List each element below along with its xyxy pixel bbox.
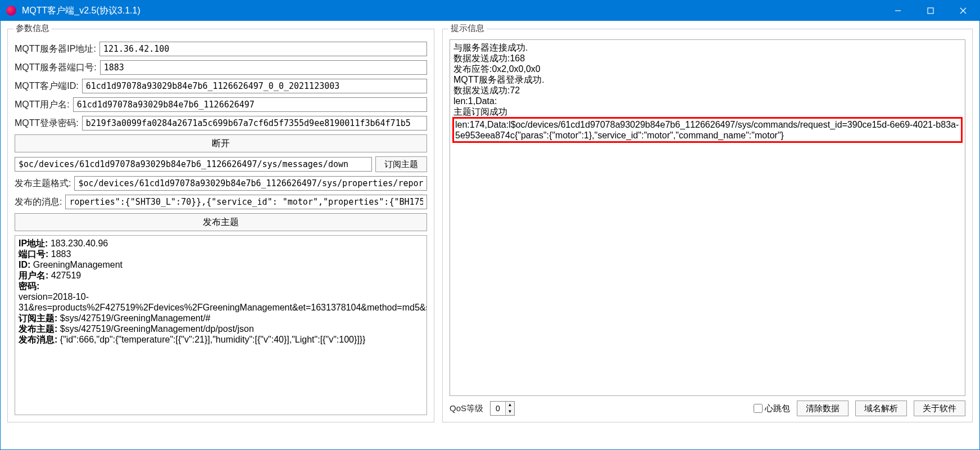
params-panel-title: 参数信息: [13, 23, 52, 34]
pub-msg-label: 发布的消息:: [15, 196, 62, 208]
heartbeat-checkbox[interactable]: 心跳包: [754, 403, 790, 414]
port-input[interactable]: [100, 60, 427, 75]
sub-topic-input[interactable]: [15, 157, 372, 172]
ip-input[interactable]: [99, 42, 427, 56]
hints-panel: 提示信息 与服务器连接成功.数据发送成功:168发布应答:0x2,0x0,0x0…: [442, 29, 973, 422]
clear-button[interactable]: 清除数据: [797, 400, 849, 416]
main-log[interactable]: IP地址: 183.230.40.96端口号: 1883ID: Greening…: [15, 235, 427, 415]
window-title: MQTT客户端_v2.5(协议3.1.1): [22, 5, 882, 17]
qos-down-icon[interactable]: ▼: [506, 408, 514, 415]
maximize-button[interactable]: [914, 1, 947, 21]
qos-label: QoS等级: [450, 403, 483, 414]
pwd-label: MQTT登录密码:: [15, 118, 79, 129]
params-panel: 参数信息 MQTT服务器IP地址: MQTT服务器端口号: MQTT客户端ID:…: [7, 29, 434, 422]
publish-button[interactable]: 发布主题: [15, 213, 427, 231]
highlighted-message: len:174,Data:l$oc/devices/61cd1d97078a93…: [452, 117, 963, 143]
close-button[interactable]: [947, 1, 979, 21]
pub-msg-input[interactable]: [65, 195, 427, 209]
port-label: MQTT服务器端口号:: [15, 62, 97, 74]
user-input[interactable]: [73, 97, 427, 112]
user-label: MQTT用户名:: [15, 99, 70, 111]
hints-panel-title: 提示信息: [448, 23, 487, 34]
minimize-button[interactable]: [882, 1, 914, 21]
about-button[interactable]: 关于软件: [914, 400, 965, 416]
disconnect-button[interactable]: 断开: [15, 134, 427, 152]
qos-value[interactable]: [491, 404, 505, 413]
pub-format-label: 发布主题格式:: [15, 178, 71, 190]
client-id-input[interactable]: [82, 79, 427, 93]
dns-button[interactable]: 域名解析: [855, 400, 907, 416]
heartbeat-input[interactable]: [754, 404, 763, 413]
pub-format-input[interactable]: [74, 176, 427, 191]
hints-log[interactable]: 与服务器连接成功.数据发送成功:168发布应答:0x2,0x0,0x0MQTT服…: [450, 39, 965, 396]
qos-spinner[interactable]: ▲▼: [490, 401, 515, 416]
ip-label: MQTT服务器IP地址:: [15, 43, 96, 55]
svg-rect-1: [928, 8, 933, 14]
heartbeat-label: 心跳包: [765, 403, 790, 414]
client-id-label: MQTT客户端ID:: [15, 80, 79, 92]
pwd-input[interactable]: [82, 116, 427, 130]
window-titlebar: MQTT客户端_v2.5(协议3.1.1): [1, 1, 979, 21]
qos-up-icon[interactable]: ▲: [506, 402, 514, 408]
subscribe-button[interactable]: 订阅主题: [375, 156, 427, 172]
app-icon: [6, 6, 16, 16]
